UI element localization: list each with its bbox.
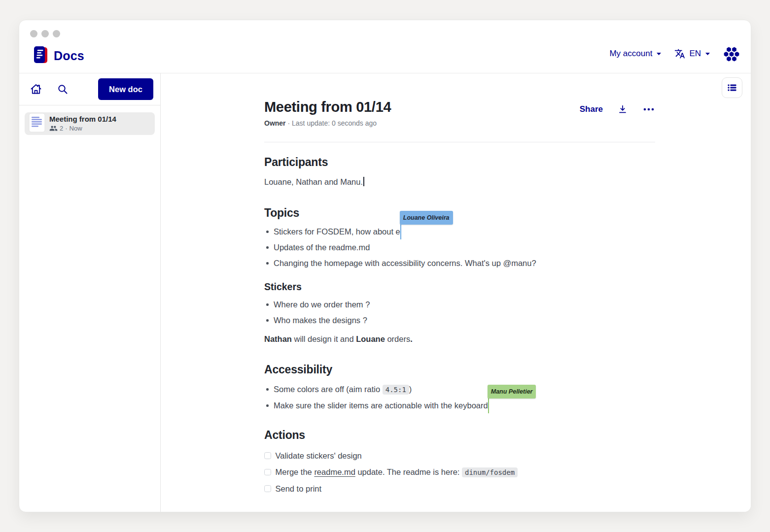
- suite-apps-button[interactable]: [723, 45, 740, 62]
- list-item[interactable]: Stickers for FOSDEM, how about eLouane O…: [264, 226, 655, 237]
- members-icon: [49, 124, 58, 133]
- list-item-text: Where do we order them ?: [274, 300, 370, 309]
- collaborator-cursor-louane: Louane Oliveira: [400, 227, 401, 235]
- app-header: Docs My account EN: [19, 20, 751, 73]
- todo-item: Validate stickers' design: [264, 450, 655, 461]
- editor-main: Meeting from 01/14 Share: [161, 73, 751, 512]
- heading-actions[interactable]: Actions: [264, 429, 655, 442]
- app-window: Docs My account EN: [19, 20, 751, 512]
- chevron-down-icon: [705, 52, 710, 56]
- home-button[interactable]: [26, 79, 46, 99]
- todo-text[interactable]: Merge the readme.md update. The readme i…: [276, 466, 518, 478]
- window-dot[interactable]: [53, 30, 60, 37]
- download-button[interactable]: [616, 103, 629, 116]
- checkbox[interactable]: [264, 485, 271, 492]
- inline-code: 4.5:1: [383, 385, 409, 395]
- window-dot[interactable]: [41, 30, 49, 37]
- list-item-text: Who makes the designs ?: [274, 316, 367, 325]
- new-doc-button[interactable]: New doc: [98, 78, 153, 100]
- role-badge: Owner: [264, 119, 286, 127]
- document-title[interactable]: Meeting from 01/14: [264, 99, 391, 115]
- note-text: orders: [385, 334, 410, 343]
- document-list: Meeting from 01/14 2 · Now: [19, 105, 160, 142]
- list-item[interactable]: Make sure the slider items are actionabl…: [264, 400, 655, 411]
- participants-text[interactable]: Louane, Nathan and Manu.: [264, 176, 655, 187]
- app-title: Docs: [54, 49, 84, 63]
- members-count: 2: [60, 125, 63, 132]
- document-item-meta: 2 · Now: [49, 124, 116, 133]
- window-dot[interactable]: [30, 30, 37, 37]
- meta-separator: ·: [287, 119, 290, 127]
- chevron-down-icon: [656, 52, 662, 56]
- todo-text[interactable]: Validate stickers' design: [276, 450, 362, 461]
- document-controls: Share: [580, 103, 655, 116]
- docs-logo-icon: [32, 45, 49, 66]
- bold-name: Louane: [356, 334, 385, 343]
- my-account-menu[interactable]: My account: [609, 49, 662, 59]
- text-cursor: [363, 177, 364, 186]
- readme-link[interactable]: readme.md: [314, 467, 355, 476]
- bold-name: Nathan: [264, 334, 292, 343]
- heading-participants[interactable]: Participants: [264, 156, 655, 169]
- todo-item: Merge the readme.md update. The readme i…: [264, 466, 655, 478]
- remote-caret: [488, 397, 490, 413]
- inline-code: dinum/fosdem: [462, 467, 518, 477]
- todo-text[interactable]: Send to print: [276, 483, 322, 494]
- heading-topics[interactable]: Topics: [264, 206, 655, 220]
- stickers-note[interactable]: Nathan will design it and Louane orders.: [264, 333, 655, 344]
- document-item-title: Meeting from 01/14: [49, 115, 116, 123]
- checkbox[interactable]: [264, 452, 271, 459]
- app-body: New doc: [19, 73, 751, 512]
- todo-text-part: update. The readme is here:: [355, 467, 462, 476]
- ellipsis-icon: [643, 108, 654, 111]
- last-edited-time: Now: [70, 125, 82, 132]
- language-label: EN: [689, 49, 701, 59]
- table-of-contents-button[interactable]: [722, 77, 742, 98]
- heading-stickers[interactable]: Stickers: [264, 281, 655, 293]
- list-item[interactable]: Some colors are off (aim ratio 4.5:1): [264, 384, 655, 395]
- home-icon: [30, 83, 42, 95]
- list-item-text: Make sure the slider items are actionabl…: [274, 401, 488, 410]
- app-logo[interactable]: Docs: [32, 45, 84, 66]
- document-list-item[interactable]: Meeting from 01/14 2 · Now: [25, 112, 155, 135]
- note-text: will design it and: [292, 334, 356, 343]
- list-item-text: Changing the homepage with accessibility…: [274, 259, 536, 267]
- sidebar-toolbar: New doc: [19, 73, 160, 105]
- topics-list: Stickers for FOSDEM, how about eLouane O…: [264, 226, 655, 268]
- remote-caret: [400, 223, 402, 239]
- header-actions: My account EN: [609, 45, 740, 62]
- meta-separator: ·: [65, 125, 67, 132]
- my-account-label: My account: [609, 49, 652, 59]
- title-divider: [264, 142, 655, 142]
- download-icon: [617, 104, 628, 115]
- heading-accessibility[interactable]: Accessibility: [264, 363, 655, 376]
- window-controls: [30, 30, 60, 37]
- search-button[interactable]: [53, 79, 72, 99]
- last-update-text: Last update: 0 seconds ago: [292, 119, 377, 127]
- list-item-text: Stickers for FOSDEM, how about e: [274, 227, 400, 236]
- todo-item: Send to print: [264, 483, 655, 494]
- list-item[interactable]: Updates of the readme.md: [264, 242, 655, 253]
- more-options-button[interactable]: [642, 103, 655, 116]
- list-item-text: Some colors are off (aim ratio: [274, 385, 383, 394]
- collaborator-cursor-manu: Manu Pelletier: [488, 400, 489, 409]
- checkbox[interactable]: [264, 469, 271, 476]
- collaborator-name-flag: Manu Pelletier: [488, 385, 536, 399]
- list-item[interactable]: Where do we order them ?: [264, 299, 655, 310]
- share-button[interactable]: Share: [580, 104, 603, 114]
- accessibility-list: Some colors are off (aim ratio 4.5:1) Ma…: [264, 384, 655, 411]
- list-icon: [727, 82, 737, 93]
- list-item[interactable]: Who makes the designs ?: [264, 315, 655, 326]
- collaborator-name-flag: Louane Oliveira: [400, 211, 453, 225]
- todo-text-part: Merge the: [276, 467, 315, 476]
- list-item-text: Updates of the readme.md: [274, 243, 370, 252]
- document-editor[interactable]: Meeting from 01/14 Share: [264, 98, 655, 512]
- sidebar: New doc: [19, 73, 161, 512]
- search-icon: [57, 83, 69, 95]
- translate-icon: [674, 48, 685, 59]
- apps-grid-icon: [723, 45, 740, 62]
- list-item-text: ): [409, 385, 412, 394]
- list-item[interactable]: Changing the homepage with accessibility…: [264, 258, 655, 268]
- note-text: .: [410, 334, 413, 343]
- language-selector[interactable]: EN: [674, 48, 710, 59]
